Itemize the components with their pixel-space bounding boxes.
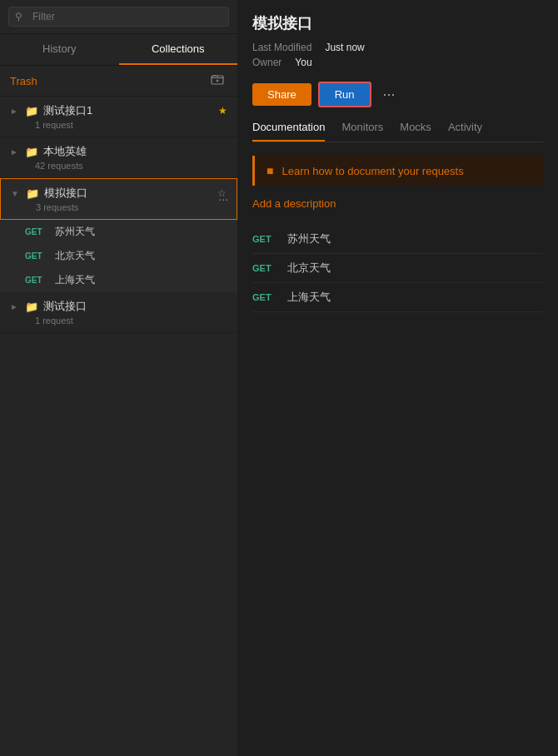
tab-history[interactable]: History	[0, 34, 119, 65]
collection-item-3[interactable]: ► 📁 测试接口 1 request	[0, 292, 237, 333]
main-tabs: History Collections	[0, 34, 237, 66]
tab-documentation[interactable]: Documentation	[252, 121, 325, 142]
endpoint-name-1: 北京天气	[287, 261, 331, 276]
collection-name-0: 测试接口1	[43, 103, 213, 118]
chevron-icon-1: ►	[10, 147, 20, 157]
request-row-2[interactable]: GET 上海天气	[0, 268, 237, 292]
collection-sub-3: 1 request	[35, 316, 227, 326]
last-modified-value: Just now	[325, 42, 364, 53]
search-input[interactable]	[8, 7, 229, 27]
folder-icon-0: 📁	[25, 105, 38, 117]
tab-mocks[interactable]: Mocks	[400, 121, 431, 142]
share-button[interactable]: Share	[252, 83, 311, 106]
method-badge-2: GET	[25, 276, 48, 285]
collection-sub-2: 3 requests	[36, 202, 227, 212]
collection-name-2: 模拟接口	[44, 186, 209, 201]
right-tabs: Documentation Monitors Mocks Activity	[252, 121, 543, 142]
more-icon-2[interactable]: ···	[218, 192, 228, 206]
owner-value: You	[295, 57, 311, 68]
collection-header-3: ► 📁 测试接口	[10, 299, 227, 314]
collection-header-2: ▼ 📁 模拟接口 ☆	[11, 186, 227, 201]
meta-owner: Owner You	[252, 57, 543, 68]
left-panel: ⚲ History Collections Trash	[0, 0, 237, 756]
collection-item-1[interactable]: ► 📁 本地英雄 42 requests	[0, 137, 237, 178]
toolbar-row: Trash	[0, 66, 237, 97]
endpoint-row-2[interactable]: GET 上海天气	[252, 283, 543, 312]
method-badge-0: GET	[25, 227, 48, 236]
endpoint-method-2: GET	[252, 292, 277, 302]
endpoint-name-2: 上海天气	[287, 290, 331, 305]
request-name-1: 北京天气	[55, 249, 95, 263]
search-input-wrap: ⚲	[8, 7, 229, 27]
more-button[interactable]: ···	[378, 82, 401, 107]
endpoint-name-0: 苏州天气	[287, 231, 331, 246]
doc-banner-link[interactable]: Learn how to document your requests	[281, 165, 463, 177]
right-panel: 模拟接口 Last Modified Just now Owner You Sh…	[237, 0, 558, 756]
search-bar: ⚲	[0, 0, 237, 34]
meta-last-modified: Last Modified Just now	[252, 42, 543, 53]
star-icon-0: ★	[218, 105, 227, 117]
collection-item-0[interactable]: ► 📁 测试接口1 ★ 1 request	[0, 97, 237, 137]
last-modified-label: Last Modified	[252, 42, 311, 53]
doc-banner-icon: ■	[267, 164, 273, 177]
endpoint-method-1: GET	[252, 263, 277, 273]
request-name-0: 苏州天气	[55, 225, 95, 239]
collection-header-0: ► 📁 测试接口1 ★	[10, 103, 227, 118]
collection-item-2[interactable]: ▼ 📁 模拟接口 ☆ 3 requests ···	[0, 178, 237, 220]
add-description[interactable]: Add a description	[252, 197, 543, 210]
collection-sub-0: 1 request	[35, 120, 227, 130]
request-row-0[interactable]: GET 苏州天气	[0, 220, 237, 244]
endpoint-row-0[interactable]: GET 苏州天气	[252, 225, 543, 254]
request-name-2: 上海天气	[55, 273, 95, 287]
folder-icon-3: 📁	[25, 301, 38, 313]
method-badge-1: GET	[25, 251, 48, 261]
add-folder-button[interactable]	[207, 71, 227, 91]
doc-banner: ■ Learn how to document your requests	[252, 156, 543, 186]
chevron-icon-2: ▼	[11, 189, 21, 198]
collection-name-3: 测试接口	[43, 299, 227, 314]
owner-label: Owner	[252, 57, 281, 68]
collection-sub-1: 42 requests	[35, 161, 227, 171]
request-row-1[interactable]: GET 北京天气	[0, 244, 237, 268]
add-folder-icon	[211, 72, 224, 86]
run-button[interactable]: Run	[318, 82, 371, 107]
detail-title: 模拟接口	[252, 13, 543, 33]
chevron-icon-0: ►	[10, 107, 20, 116]
tab-collections[interactable]: Collections	[119, 34, 238, 65]
trash-label: Trash	[10, 75, 37, 87]
action-buttons: Share Run ···	[252, 82, 543, 107]
tab-activity[interactable]: Activity	[448, 121, 482, 142]
tab-monitors[interactable]: Monitors	[341, 121, 383, 142]
documentation-area: ■ Learn how to document your requests Ad…	[252, 156, 543, 756]
chevron-icon-3: ►	[10, 302, 20, 311]
folder-icon-1: 📁	[25, 146, 38, 158]
endpoint-method-0: GET	[252, 234, 277, 244]
collection-header-1: ► 📁 本地英雄	[10, 144, 227, 159]
folder-icon-2: 📁	[26, 187, 39, 200]
collection-name-1: 本地英雄	[43, 144, 227, 159]
endpoint-row-1[interactable]: GET 北京天气	[252, 254, 543, 283]
collections-list: ► 📁 测试接口1 ★ 1 request ► 📁 本地英雄 42 reques…	[0, 97, 237, 756]
